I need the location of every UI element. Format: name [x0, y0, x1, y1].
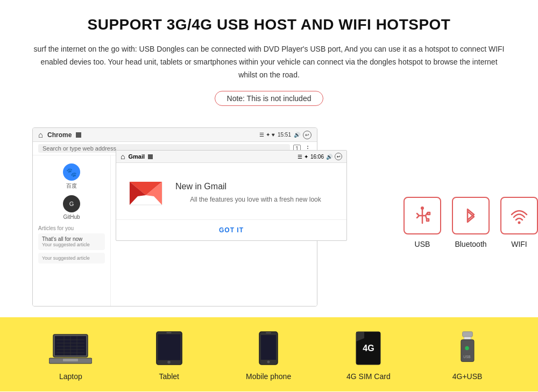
gmail-status-icons: ☰ ✦: [298, 154, 308, 160]
bottom-section: Laptop Tablet Mobile phone: [0, 317, 538, 391]
bluetooth-icon: [460, 205, 482, 226]
sim-icon: 4G: [347, 331, 390, 366]
articles-label: Articles for you: [38, 225, 105, 231]
svg-point-26: [267, 361, 270, 364]
bluetooth-icon-item: Bluetooth: [452, 197, 490, 248]
mobile-item: Mobile phone: [246, 331, 291, 381]
clock: 15:51: [278, 132, 291, 138]
laptop-icon: [49, 331, 92, 366]
bluetooth-label: Bluetooth: [455, 240, 486, 248]
status-icons: ☰ ✦ ♥: [259, 132, 275, 138]
screenshot-container: ⌂ Chrome ☰ ✦ ♥ 15:51 🔊 ↩ Search or type …: [32, 127, 382, 307]
github-icon: G: [63, 195, 80, 212]
baidu-label: 百度: [38, 182, 105, 190]
gmail-app-name: Gmail: [128, 153, 145, 160]
gmail-status-bar: ⌂ Gmail ☰ ✦ 16:06 🔊 ↩: [116, 151, 346, 163]
wifi-icon-item: WIFI: [500, 197, 538, 248]
usb-icon: [412, 205, 433, 226]
note-box: Note: This is not included: [215, 91, 324, 106]
gmail-clock: 16:06: [310, 154, 324, 160]
chrome-status-bar: ⌂ Chrome ☰ ✦ ♥ 15:51 🔊 ↩: [33, 128, 317, 142]
chrome-app-name: Chrome: [47, 131, 72, 139]
gmail-subtitle: All the features you love with a fresh n…: [175, 196, 336, 203]
usb-label: USB: [415, 240, 430, 248]
gmail-vol: 🔊: [326, 154, 332, 160]
github-app-item: G GitHub: [38, 195, 105, 220]
back-nav: ↩: [303, 131, 312, 139]
baidu-app-item: 🐾 百度: [38, 163, 105, 190]
svg-point-6: [421, 206, 424, 210]
gmail-content: New in Gmail All the features you love w…: [116, 163, 346, 219]
svg-rect-23: [166, 332, 171, 333]
gmail-logo: [127, 174, 165, 211]
middle-row: ⌂ Chrome ☰ ✦ ♥ 15:51 🔊 ↩ Search or type …: [0, 127, 538, 307]
gmail-back: ↩: [335, 153, 342, 160]
svg-rect-27: [266, 332, 271, 333]
usb-drive-svg: USB: [458, 331, 477, 366]
gmail-overlay: ⌂ Gmail ☰ ✦ 16:06 🔊 ↩: [116, 150, 347, 241]
laptop-item: Laptop: [49, 331, 92, 381]
svg-rect-33: [464, 337, 471, 340]
usb-drive-label: 4G+USB: [452, 372, 483, 381]
github-label: GitHub: [38, 214, 105, 220]
sim-svg: 4G: [353, 331, 383, 366]
phone-svg: [258, 331, 279, 366]
bluetooth-icon-box: [452, 197, 490, 234]
volume-icon: 🔊: [294, 132, 300, 138]
connectivity-icons: USB Bluetooth WIFI: [404, 186, 538, 248]
svg-rect-21: [158, 334, 180, 360]
gmail-home-icon: ⌂: [121, 152, 125, 161]
svg-text:USB: USB: [463, 355, 470, 359]
svg-rect-25: [261, 335, 276, 360]
tablet-icon: [147, 331, 190, 366]
gmail-text-area: New in Gmail All the features you love w…: [175, 182, 336, 203]
left-panel: 🐾 百度 G GitHub Articles for you That's al…: [33, 155, 111, 306]
tablet-svg: [154, 331, 184, 366]
card-2: Your suggested article: [38, 253, 105, 263]
svg-point-7: [518, 221, 521, 224]
laptop-label: Laptop: [59, 372, 82, 381]
home-icon: ⌂: [38, 130, 43, 139]
svg-rect-32: [463, 332, 473, 337]
laptop-svg: [49, 332, 92, 365]
usb-drive-icon: USB: [446, 331, 489, 366]
mobile-label: Mobile phone: [246, 372, 291, 381]
svg-point-35: [465, 346, 469, 350]
gmail-cta-button[interactable]: GOT IT: [116, 219, 346, 240]
card-2-sub: Your suggested article: [42, 255, 101, 261]
usb-icon-box: [404, 197, 441, 234]
svg-rect-11: [63, 359, 78, 361]
top-section: SUPPORT 3G/4G USB HOST AND WIFI HOTSPOT …: [0, 0, 538, 127]
gmail-title: New in Gmail: [175, 182, 336, 191]
stop-square: [76, 132, 81, 138]
tablet-label: Tablet: [159, 372, 179, 381]
usb-icon-item: USB: [404, 197, 441, 248]
card-1: That's all for now Your suggested articl…: [38, 233, 105, 250]
gmail-stop: [148, 154, 153, 159]
card-1-sub: Your suggested article: [42, 242, 101, 247]
sim-label: 4G SIM Card: [346, 372, 391, 381]
sim-item: 4G 4G SIM Card: [346, 331, 391, 381]
description-text: surf the internet on the go with: USB Do…: [32, 43, 506, 81]
wifi-icon-box: [500, 197, 538, 234]
note-text: Note: This is not included: [227, 94, 312, 103]
usb-drive-item: USB 4G+USB: [446, 331, 489, 381]
baidu-icon: 🐾: [63, 163, 80, 181]
page-title: SUPPORT 3G/4G USB HOST AND WIFI HOTSPOT: [32, 16, 506, 33]
svg-point-22: [167, 361, 171, 364]
wifi-label: WIFI: [511, 240, 527, 248]
mobile-icon: [247, 331, 290, 366]
tablet-item: Tablet: [147, 331, 190, 381]
wifi-icon: [508, 205, 530, 226]
svg-text:4G: 4G: [363, 344, 374, 353]
card-1-title: That's all for now: [42, 236, 101, 242]
